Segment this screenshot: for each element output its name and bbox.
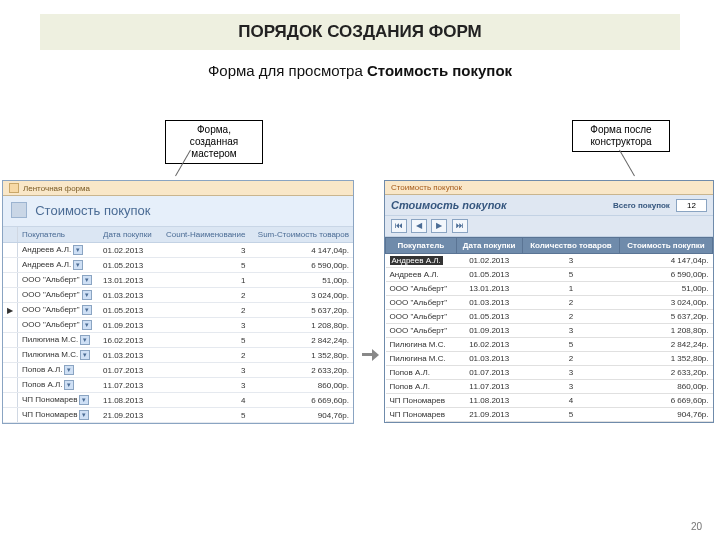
cell-date[interactable]: 01.09.2013 bbox=[99, 318, 158, 333]
cell-sum[interactable]: 3 024,00р. bbox=[620, 296, 713, 310]
cell-buyer[interactable]: Пилюгина М.С. bbox=[386, 338, 457, 352]
row-selector[interactable] bbox=[3, 408, 18, 423]
designer-col-3[interactable]: Стоимость покупки bbox=[620, 238, 713, 254]
table-row[interactable]: ООО "Альберт"01.09.201331 208,80р. bbox=[386, 324, 713, 338]
cell-date[interactable]: 01.05.2013 bbox=[99, 258, 158, 273]
cell-sum[interactable]: 2 633,20р. bbox=[620, 366, 713, 380]
cell-date[interactable]: 16.02.2013 bbox=[456, 338, 522, 352]
table-row[interactable]: ООО "Альберт"▾01.03.201323 024,00р. bbox=[3, 288, 353, 303]
cell-sum[interactable]: 6 669,60р. bbox=[249, 393, 353, 408]
cell-date[interactable]: 13.01.2013 bbox=[456, 282, 522, 296]
cell-date[interactable]: 11.07.2013 bbox=[99, 378, 158, 393]
table-row[interactable]: Андреев А.Л.01.05.201356 590,00р. bbox=[386, 268, 713, 282]
cell-count[interactable]: 3 bbox=[522, 254, 619, 268]
designer-col-2[interactable]: Количество товаров bbox=[522, 238, 619, 254]
cell-buyer[interactable]: Пилюгина М.С.▾ bbox=[18, 333, 100, 348]
dropdown-icon[interactable]: ▾ bbox=[64, 365, 74, 375]
cell-buyer[interactable]: ООО "Альберт"▾ bbox=[18, 273, 100, 288]
cell-date[interactable]: 01.02.2013 bbox=[456, 254, 522, 268]
cell-buyer[interactable]: ООО "Альберт" bbox=[386, 310, 457, 324]
cell-buyer[interactable]: Андреев А.Л.▾ bbox=[18, 258, 100, 273]
row-selector[interactable]: ▶ bbox=[3, 303, 18, 318]
cell-buyer[interactable]: Попов А.Л. bbox=[386, 380, 457, 394]
cell-buyer[interactable]: Пилюгина М.С. bbox=[386, 352, 457, 366]
cell-sum[interactable]: 5 637,20р. bbox=[620, 310, 713, 324]
row-selector[interactable] bbox=[3, 258, 18, 273]
row-selector[interactable] bbox=[3, 273, 18, 288]
cell-buyer[interactable]: ООО "Альберт"▾ bbox=[18, 288, 100, 303]
table-row[interactable]: Андреев А.Л.01.02.201334 147,04р. bbox=[386, 254, 713, 268]
cell-count[interactable]: 4 bbox=[522, 394, 619, 408]
cell-sum[interactable]: 3 024,00р. bbox=[249, 288, 353, 303]
cell-count[interactable]: 3 bbox=[158, 363, 249, 378]
cell-count[interactable]: 3 bbox=[158, 318, 249, 333]
dropdown-icon[interactable]: ▾ bbox=[64, 380, 74, 390]
table-row[interactable]: ▶ООО "Альберт"▾01.05.201325 637,20р. bbox=[3, 303, 353, 318]
cell-sum[interactable]: 4 147,04р. bbox=[249, 243, 353, 258]
table-row[interactable]: ООО "Альберт"01.03.201323 024,00р. bbox=[386, 296, 713, 310]
cell-buyer[interactable]: ЧП Пономарев bbox=[386, 394, 457, 408]
table-row[interactable]: Пилюгина М.С.01.03.201321 352,80р. bbox=[386, 352, 713, 366]
row-selector[interactable] bbox=[3, 363, 18, 378]
table-row[interactable]: Пилюгина М.С.▾16.02.201352 842,24р. bbox=[3, 333, 353, 348]
cell-count[interactable]: 3 bbox=[158, 378, 249, 393]
row-selector[interactable] bbox=[3, 318, 18, 333]
cell-date[interactable]: 01.03.2013 bbox=[456, 352, 522, 366]
cell-sum[interactable]: 6 669,60р. bbox=[620, 394, 713, 408]
table-row[interactable]: Попов А.Л.01.07.201332 633,20р. bbox=[386, 366, 713, 380]
table-row[interactable]: ООО "Альберт"▾13.01.2013151,00р. bbox=[3, 273, 353, 288]
cell-sum[interactable]: 51,00р. bbox=[249, 273, 353, 288]
cell-count[interactable]: 5 bbox=[158, 258, 249, 273]
cell-sum[interactable]: 1 208,80р. bbox=[620, 324, 713, 338]
row-selector[interactable] bbox=[3, 348, 18, 363]
cell-count[interactable]: 3 bbox=[522, 324, 619, 338]
nav-prev-button[interactable]: ◀ bbox=[411, 219, 427, 233]
dropdown-icon[interactable]: ▾ bbox=[80, 335, 90, 345]
cell-date[interactable]: 01.05.2013 bbox=[456, 310, 522, 324]
cell-sum[interactable]: 1 352,80р. bbox=[620, 352, 713, 366]
cell-count[interactable]: 4 bbox=[158, 393, 249, 408]
table-row[interactable]: Андреев А.Л.▾01.02.201334 147,04р. bbox=[3, 243, 353, 258]
cell-date[interactable]: 01.03.2013 bbox=[99, 348, 158, 363]
cell-sum[interactable]: 2 842,24р. bbox=[249, 333, 353, 348]
cell-count[interactable]: 5 bbox=[522, 268, 619, 282]
table-row[interactable]: Пилюгина М.С.▾01.03.201321 352,80р. bbox=[3, 348, 353, 363]
cell-date[interactable]: 01.07.2013 bbox=[456, 366, 522, 380]
dropdown-icon[interactable]: ▾ bbox=[73, 260, 83, 270]
cell-buyer[interactable]: ООО "Альберт" bbox=[386, 282, 457, 296]
cell-count[interactable]: 1 bbox=[522, 282, 619, 296]
row-selector[interactable] bbox=[3, 378, 18, 393]
row-selector[interactable] bbox=[3, 288, 18, 303]
dropdown-icon[interactable]: ▾ bbox=[82, 290, 92, 300]
cell-buyer[interactable]: ООО "Альберт"▾ bbox=[18, 318, 100, 333]
dropdown-icon[interactable]: ▾ bbox=[82, 305, 92, 315]
cell-sum[interactable]: 860,00р. bbox=[620, 380, 713, 394]
cell-buyer[interactable]: Пилюгина М.С.▾ bbox=[18, 348, 100, 363]
cell-buyer[interactable]: Андреев А.Л. bbox=[386, 254, 457, 268]
cell-buyer[interactable]: Андреев А.Л. bbox=[386, 268, 457, 282]
cell-sum[interactable]: 904,76р. bbox=[249, 408, 353, 423]
cell-sum[interactable]: 860,00р. bbox=[249, 378, 353, 393]
cell-buyer[interactable]: ЧП Пономарев▾ bbox=[18, 393, 100, 408]
cell-sum[interactable]: 2 633,20р. bbox=[249, 363, 353, 378]
table-row[interactable]: ЧП Пономарев21.09.20135904,76р. bbox=[386, 408, 713, 422]
cell-buyer[interactable]: ООО "Альберт" bbox=[386, 296, 457, 310]
cell-buyer[interactable]: Попов А.Л.▾ bbox=[18, 378, 100, 393]
table-row[interactable]: Пилюгина М.С.16.02.201352 842,24р. bbox=[386, 338, 713, 352]
designer-col-1[interactable]: Дата покупки bbox=[456, 238, 522, 254]
table-row[interactable]: ООО "Альберт"01.05.201325 637,20р. bbox=[386, 310, 713, 324]
cell-sum[interactable]: 5 637,20р. bbox=[249, 303, 353, 318]
dropdown-icon[interactable]: ▾ bbox=[79, 395, 89, 405]
cell-buyer[interactable]: ЧП Пономарев bbox=[386, 408, 457, 422]
cell-buyer[interactable]: ООО "Альберт" bbox=[386, 324, 457, 338]
cell-sum[interactable]: 1 208,80р. bbox=[249, 318, 353, 333]
wizard-col-2[interactable]: Count-Наименование bbox=[158, 227, 249, 243]
selected-value[interactable]: Андреев А.Л. bbox=[390, 256, 443, 265]
cell-count[interactable]: 3 bbox=[522, 380, 619, 394]
table-row[interactable]: Попов А.Л.▾01.07.201332 633,20р. bbox=[3, 363, 353, 378]
cell-count[interactable]: 1 bbox=[158, 273, 249, 288]
cell-count[interactable]: 5 bbox=[522, 338, 619, 352]
wizard-col-3[interactable]: Sum-Стоимость товаров bbox=[249, 227, 353, 243]
cell-date[interactable]: 13.01.2013 bbox=[99, 273, 158, 288]
table-row[interactable]: ООО "Альберт"▾01.09.201331 208,80р. bbox=[3, 318, 353, 333]
